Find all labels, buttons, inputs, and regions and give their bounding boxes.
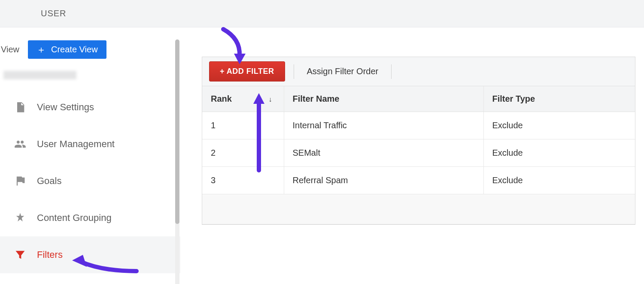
cell-rank: 1 bbox=[202, 112, 284, 139]
col-header-rank[interactable]: Rank ↓ bbox=[202, 86, 284, 112]
sidebar-item-label: Filters bbox=[37, 249, 63, 260]
sidebar-item-view-settings[interactable]: View Settings bbox=[0, 89, 180, 126]
sidebar-item-label: User Management bbox=[37, 139, 115, 150]
add-filter-button[interactable]: + ADD FILTER bbox=[209, 61, 285, 82]
users-icon bbox=[14, 138, 27, 151]
cell-filter-name[interactable]: SEMalt bbox=[284, 139, 483, 167]
col-header-type[interactable]: Filter Type bbox=[483, 86, 635, 112]
topbar-tab-user[interactable]: USER bbox=[41, 9, 67, 18]
sidebar: View ＋ Create View View Settings User Ma… bbox=[0, 27, 180, 284]
grouping-icon bbox=[14, 211, 27, 224]
flag-icon bbox=[14, 175, 27, 187]
sort-down-icon: ↓ bbox=[268, 96, 272, 103]
filter-icon bbox=[14, 248, 27, 261]
sidebar-item-filters[interactable]: Filters bbox=[0, 236, 180, 273]
create-view-button-label: Create View bbox=[51, 45, 98, 54]
divider bbox=[391, 64, 392, 79]
sidebar-item-label: View Settings bbox=[37, 102, 94, 113]
main-content: + ADD FILTER Assign Filter Order Rank ↓ … bbox=[180, 27, 644, 284]
view-label: View bbox=[1, 45, 19, 54]
table-row: 1 Internal Traffic Exclude bbox=[202, 112, 635, 139]
sidebar-item-label: Goals bbox=[37, 175, 61, 187]
cell-filter-name[interactable]: Referral Spam bbox=[284, 167, 483, 194]
panel-toolbar: + ADD FILTER Assign Filter Order bbox=[202, 57, 635, 86]
topbar: USER bbox=[0, 0, 644, 27]
document-icon bbox=[14, 101, 27, 114]
assign-filter-order-link[interactable]: Assign Filter Order bbox=[303, 66, 383, 76]
col-header-name[interactable]: Filter Name bbox=[284, 86, 483, 112]
filters-panel: + ADD FILTER Assign Filter Order Rank ↓ … bbox=[202, 57, 635, 225]
sidebar-item-content-grouping[interactable]: Content Grouping bbox=[0, 199, 180, 236]
cell-filter-type: Exclude bbox=[483, 139, 635, 167]
cell-filter-type: Exclude bbox=[483, 112, 635, 139]
plus-icon: ＋ bbox=[36, 45, 46, 54]
col-header-label: Rank bbox=[211, 94, 232, 103]
obscured-text bbox=[3, 71, 76, 79]
table-footer-spacer bbox=[202, 194, 635, 224]
cell-rank: 3 bbox=[202, 167, 284, 194]
create-view-button[interactable]: ＋ Create View bbox=[28, 40, 106, 59]
sidebar-item-goals[interactable]: Goals bbox=[0, 163, 180, 199]
sidebar-item-label: Content Grouping bbox=[37, 212, 112, 224]
cell-rank: 2 bbox=[202, 139, 284, 167]
filters-table: Rank ↓ Filter Name Filter Type 1 Interna… bbox=[202, 86, 635, 224]
cell-filter-type: Exclude bbox=[483, 167, 635, 194]
sidebar-menu: View Settings User Management Goals Cont… bbox=[0, 89, 180, 273]
scrollbar-thumb[interactable] bbox=[175, 39, 179, 224]
cell-filter-name[interactable]: Internal Traffic bbox=[284, 112, 483, 139]
table-row: 2 SEMalt Exclude bbox=[202, 139, 635, 167]
divider bbox=[294, 64, 294, 79]
sidebar-item-user-management[interactable]: User Management bbox=[0, 126, 180, 163]
table-row: 3 Referral Spam Exclude bbox=[202, 167, 635, 194]
